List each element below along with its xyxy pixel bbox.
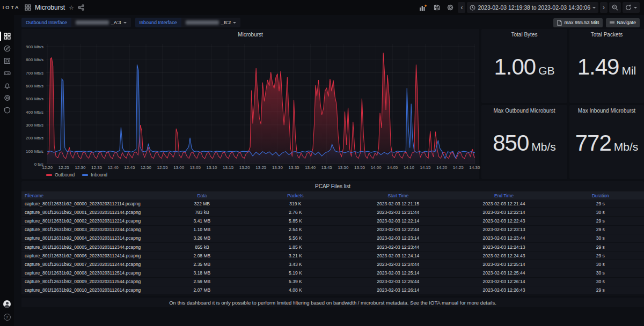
table-cell: 2023-02-03 12:23:13 [451,227,557,232]
table-cell: 2023-02-03 12:22:43 [451,218,557,224]
refresh-interval-caret-icon [634,7,637,9]
table-cell: 29 s [557,218,644,224]
add-panel-button[interactable] [416,2,429,13]
table-cell: 2.59 MB [158,279,245,284]
table-cell: 2023-02-03 12:21:44 [451,201,557,206]
column-header-data[interactable]: Data [158,193,245,198]
column-header-end-time[interactable]: End Time [451,193,557,198]
x-axis-label: 13:55 [354,165,365,170]
table-cell: 1.10 MB [158,227,245,232]
sidebar-item-explore[interactable] [0,42,14,55]
table-cell: 2.76 K [246,210,346,215]
column-header-packets[interactable]: Packets [246,193,346,198]
dashboard-controls: Outbound Interface _A:3 Inbound Interfac… [14,15,644,28]
max-size-button[interactable]: max 955.53 MiB [553,18,603,27]
clock-icon [470,5,475,11]
table-cell: capture_801f12631b92_00000_2023020311211… [21,201,158,206]
microburst-chart-panel: Microburst 0 b/s100 Mb/s200 Mb/s300 Mb/s… [21,29,479,179]
x-axis-label: 12:50 [141,165,151,170]
stat-value: 1.00 [494,56,536,78]
navigate-button[interactable]: Navigate [606,18,640,27]
save-dashboard-button[interactable] [431,2,443,13]
inbound-interface-value[interactable]: _B:2 [181,18,241,27]
sidebar-item-admin[interactable] [0,104,14,116]
timeseries-chart[interactable] [46,44,475,164]
x-axis: 12:2012:2512:3012:3512:4012:4512:5012:55… [46,165,475,171]
x-axis-label: 12:55 [157,165,168,170]
zoom-out-button[interactable] [609,2,621,13]
sidebar-item-storage[interactable] [0,67,14,79]
y-axis-label: 400 Mb/s [26,109,43,114]
y-axis-label: 300 Mb/s [26,122,43,127]
share-icon[interactable] [78,4,84,11]
x-axis-label: 13:15 [223,165,233,170]
user-avatar[interactable] [3,300,11,308]
table-cell: 29 s [557,227,644,232]
table-cell: 2.08 MB [158,253,245,258]
sidebar-item-alerting[interactable] [0,79,14,92]
time-range-back-button[interactable]: ‹ [458,2,465,13]
table-cell: 4.08 K [246,287,346,293]
legend-item-outbound[interactable]: Outbound [46,172,75,177]
legend-label: Outbound [55,172,75,177]
table-row: capture_801f12631b92_00008_2023020311251… [21,269,644,278]
stat-title: Total Bytes [481,29,567,38]
max-inbound-microburst-panel: Max Inbound Microburst 772 Mb/s [569,105,644,179]
document-icon [557,20,562,26]
refresh-button[interactable] [623,2,640,13]
table-cell: 2023-02-03 12:26:14 [451,279,557,284]
time-range-picker[interactable]: 2023-02-03 12:19:38 to 2023-02-03 14:30:… [467,2,598,13]
table-cell: capture_801f12631b92_00004_2023020311231… [21,235,158,241]
y-axis-label: 600 Mb/s [26,83,43,88]
time-range-forward-button[interactable]: › [600,2,608,13]
table-cell: 783 kB [158,210,245,215]
main-content: Outbound Interface _A:3 Inbound Interfac… [0,0,644,307]
total-bytes-panel: Total Bytes 1.00 GB [481,29,567,103]
navbar-actions: ‹ 2023-02-03 12:19:38 to 2023-02-03 14:3… [416,2,644,13]
chart-plot-area[interactable] [46,44,475,164]
help-icon[interactable]: ? [4,314,11,321]
sidebar-item-dashboards[interactable] [0,30,14,42]
interface-suffix: _B:2 [221,20,231,25]
sidebar-item-panels[interactable] [0,55,14,67]
table-cell: 3.41 MB [158,218,245,224]
outbound-interface-filter[interactable]: Outbound Interface _A:3 [21,18,131,27]
legend-swatch [82,174,88,176]
x-axis-label: 14:15 [420,165,431,170]
table-cell: 2023-02-03 12:24:43 [451,253,557,258]
table-row: capture_801f12631b92_00006_2023020311241… [21,251,644,260]
table-row: capture_801f12631b92_00007_2023020311244… [21,260,644,269]
inbound-interface-label: Inbound Interface [135,18,181,27]
legend-item-inbound[interactable]: Inbound [82,172,107,177]
table-cell: 2023-02-03 12:26:43 [451,287,557,293]
x-axis-label: 13:30 [272,165,283,170]
x-axis-label: 12:40 [108,165,119,170]
max-outbound-microburst-panel: Max Outbound Microburst 850 Mb/s [481,105,567,179]
column-header-duration[interactable]: Duration [557,193,644,198]
legend-label: Inbound [91,172,107,177]
inbound-interface-filter[interactable]: Inbound Interface _B:2 [135,18,241,27]
x-axis-label: 13:05 [190,165,201,170]
star-icon[interactable]: ☆ [69,5,74,11]
column-header-start-time[interactable]: Start Time [345,193,451,198]
table-cell: 3.21 K [246,253,346,258]
table-cell: 2023-02-03 12:21:15 [345,201,451,206]
outbound-interface-value[interactable]: _A:3 [71,18,131,27]
x-axis-label: 14:20 [436,165,447,170]
table-cell: 29 s [557,287,644,293]
iota-logo: IOTA [0,5,23,10]
sidebar-item-configuration[interactable] [0,92,14,104]
stat-value: 772 [575,132,611,154]
column-header-filename[interactable]: Filename [21,193,158,198]
stats-column-left: Total Bytes 1.00 GB Max Outbound Microbu… [481,29,567,179]
pcap-files-panel: PCAP Files list FilenameDataPacketsStart… [21,181,644,295]
x-axis-label: 13:00 [173,165,184,170]
stat-unit: Mil [621,64,636,77]
chart-body: 0 b/s100 Mb/s200 Mb/s300 Mb/s400 Mb/s500… [21,44,479,164]
table-row: capture_801f12631b92_00010_2023020311261… [21,286,644,295]
table-row: capture_801f12631b92_00002_2023020311221… [21,217,644,225]
dashboard-settings-button[interactable] [444,2,456,13]
left-sidebar: ? [0,15,14,326]
outbound-interface-label: Outbound Interface [21,18,71,27]
breadcrumb: Microburst ☆ [23,4,84,11]
